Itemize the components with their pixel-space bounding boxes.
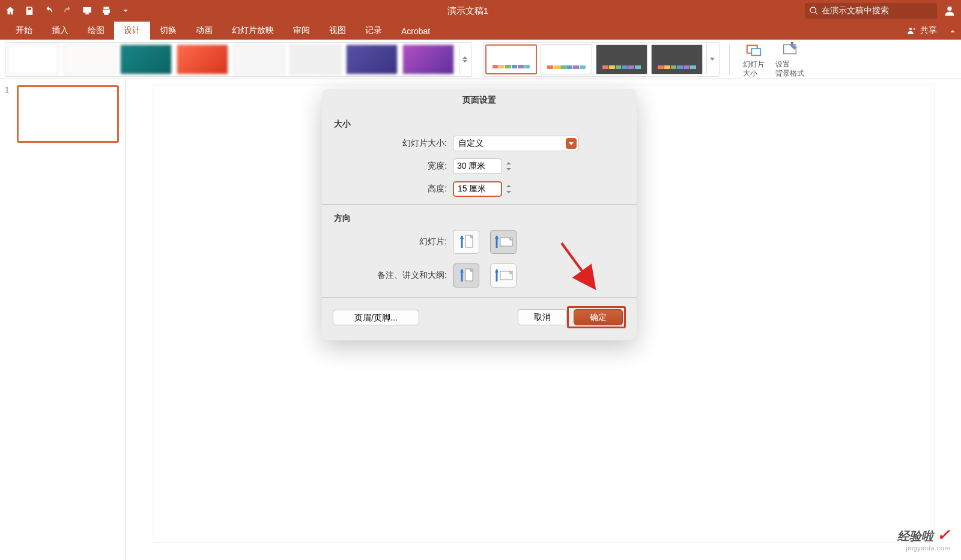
home-icon[interactable] xyxy=(5,5,16,16)
slides-portrait-button[interactable] xyxy=(453,230,479,254)
theme-thumb[interactable] xyxy=(402,44,454,74)
svg-rect-5 xyxy=(791,42,793,44)
width-stepper[interactable] xyxy=(504,158,514,174)
width-label: 宽度: xyxy=(333,161,453,172)
slide-thumbnail[interactable] xyxy=(17,85,119,143)
window-title: 演示文稿1 xyxy=(131,5,805,17)
svg-point-0 xyxy=(947,7,951,11)
chevron-down-icon xyxy=(566,138,577,149)
slide-size-label-1: 幻灯片 xyxy=(743,60,765,68)
notes-landscape-button[interactable] xyxy=(490,263,517,288)
orient-slides-label: 幻灯片: xyxy=(333,236,453,247)
theme-thumb[interactable] xyxy=(233,44,285,74)
tab-record[interactable]: 记录 xyxy=(356,22,392,40)
ok-button-highlight: 确定 xyxy=(567,306,626,328)
page-setup-dialog: 页面设置 大小 幻灯片大小: 自定义 宽度: 30 厘米 高度: 15 厘米 方… xyxy=(322,89,637,340)
undo-icon[interactable] xyxy=(43,5,54,16)
thumbnail-pane[interactable]: 1 xyxy=(0,79,126,560)
slide-size-label-2: 大小 xyxy=(743,69,757,77)
tab-slideshow[interactable]: 幻灯片放映 xyxy=(222,22,283,40)
header-footer-button[interactable]: 页眉/页脚... xyxy=(333,310,419,325)
background-format-button[interactable]: 设置背景格式 xyxy=(772,41,808,77)
slide-size-select[interactable]: 自定义 xyxy=(453,136,579,151)
orient-notes-label: 备注、讲义和大纲: xyxy=(333,270,453,281)
variant-gallery[interactable] xyxy=(483,42,720,77)
watermark: 经验啦 ✓ jingyanla.com xyxy=(897,526,950,552)
width-value: 30 厘米 xyxy=(457,161,485,172)
titlebar-right xyxy=(805,3,956,19)
dialog-separator xyxy=(322,204,637,205)
save-icon[interactable] xyxy=(24,5,35,16)
account-icon[interactable] xyxy=(943,4,956,17)
svg-rect-3 xyxy=(751,49,760,55)
variant-thumb[interactable] xyxy=(651,44,703,74)
dialog-title: 页面设置 xyxy=(322,89,637,112)
height-label: 高度: xyxy=(333,184,453,194)
share-button[interactable]: 共享 xyxy=(900,22,944,40)
theme-thumb[interactable] xyxy=(120,44,172,74)
theme-thumb[interactable] xyxy=(346,44,398,74)
theme-gallery[interactable] xyxy=(5,42,472,77)
share-label: 共享 xyxy=(920,25,937,36)
slides-landscape-button[interactable] xyxy=(490,230,517,254)
width-input[interactable]: 30 厘米 xyxy=(453,158,502,174)
qa-overflow-icon[interactable] xyxy=(120,5,131,16)
bg-format-label-1: 设置 xyxy=(775,60,790,68)
variant-thumb[interactable] xyxy=(485,44,537,74)
tab-view[interactable]: 视图 xyxy=(320,22,356,40)
search-box[interactable] xyxy=(805,3,937,19)
quick-access-toolbar xyxy=(5,5,131,16)
height-value: 15 厘米 xyxy=(458,184,486,194)
present-icon[interactable] xyxy=(82,5,92,16)
section-size-title: 大小 xyxy=(334,119,626,130)
variant-thumb[interactable] xyxy=(596,44,647,74)
ribbon: 幻灯片大小 设置背景格式 xyxy=(0,40,961,79)
tab-draw[interactable]: 绘图 xyxy=(78,22,114,40)
search-input[interactable] xyxy=(822,5,931,15)
slide-size-button[interactable]: 幻灯片大小 xyxy=(739,41,768,77)
ribbon-tabbar: 开始 插入 绘图 设计 切换 动画 幻灯片放映 审阅 视图 记录 Acrobat… xyxy=(0,22,961,40)
tab-home[interactable]: 开始 xyxy=(6,22,42,40)
titlebar: 演示文稿1 xyxy=(0,0,961,22)
section-orientation-title: 方向 xyxy=(334,213,626,224)
watermark-text: 经验啦 xyxy=(897,529,933,543)
theme-thumb[interactable] xyxy=(177,44,228,74)
bg-format-label-2: 背景格式 xyxy=(775,69,804,77)
ok-button[interactable]: 确定 xyxy=(574,309,623,325)
theme-gallery-more-icon[interactable] xyxy=(459,44,470,74)
print-icon[interactable] xyxy=(101,5,112,16)
slide-thumbnail-row[interactable]: 1 xyxy=(5,85,121,143)
slide-size-field-label: 幻灯片大小: xyxy=(333,138,453,149)
variant-gallery-more-icon[interactable] xyxy=(706,44,717,74)
height-stepper[interactable] xyxy=(504,181,514,197)
notes-portrait-button[interactable] xyxy=(453,263,479,288)
redo-icon[interactable] xyxy=(62,5,73,16)
theme-thumb[interactable] xyxy=(290,44,341,74)
tab-animations[interactable]: 动画 xyxy=(186,22,222,40)
theme-thumb[interactable] xyxy=(7,44,59,74)
tab-acrobat[interactable]: Acrobat xyxy=(392,23,440,40)
slide-size-select-value: 自定义 xyxy=(458,138,484,149)
slide-number: 1 xyxy=(5,85,12,143)
dialog-separator xyxy=(322,297,637,298)
ribbon-separator xyxy=(729,44,730,74)
cancel-button[interactable]: 取消 xyxy=(518,309,567,325)
watermark-url: jingyanla.com xyxy=(897,544,950,552)
tab-design[interactable]: 设计 xyxy=(114,22,150,40)
checkmark-icon: ✓ xyxy=(937,526,950,544)
tab-insert[interactable]: 插入 xyxy=(42,22,78,40)
theme-thumb[interactable] xyxy=(64,44,115,74)
collapse-ribbon-icon[interactable] xyxy=(944,23,961,40)
height-input[interactable]: 15 厘米 xyxy=(453,181,502,197)
svg-point-1 xyxy=(909,28,912,30)
tab-review[interactable]: 审阅 xyxy=(283,22,320,40)
variant-thumb[interactable] xyxy=(541,44,592,74)
tab-transitions[interactable]: 切换 xyxy=(150,22,186,40)
